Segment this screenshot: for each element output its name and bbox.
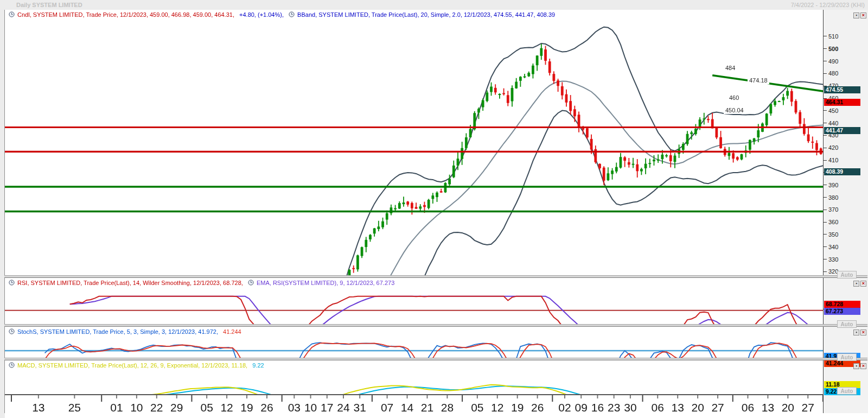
main-panel-controls: ▪ × — [853, 12, 866, 18]
axis-value-badge: 474.55 — [824, 86, 860, 93]
stochastic-panel-legend: StochS, SYSTEM LIMITED, Trade Price, 5, … — [9, 328, 241, 335]
axis-tick-label: 510 — [824, 33, 838, 40]
close-panel-icon[interactable]: × — [860, 363, 866, 369]
axis-value-badge: 464.31 — [824, 99, 860, 106]
legend-stoch-d-value: 41.244 — [223, 328, 241, 335]
axis-tick-label: 320 — [824, 268, 838, 275]
auto-scale-button[interactable]: Auto — [837, 271, 857, 278]
auto-scale-button[interactable]: Auto — [837, 387, 857, 395]
axis-tick-label: 480 — [824, 70, 838, 77]
auto-scale-button[interactable]: Auto — [837, 353, 857, 361]
axis-tick-label: 390 — [824, 181, 838, 188]
legend-macd-signal-value: 9.22 — [252, 362, 264, 369]
panel-splitter[interactable] — [4, 324, 867, 327]
legend-change-value: +4.80, (+1.04%), — [239, 11, 284, 18]
clock-icon — [9, 280, 15, 286]
axis-value-badge: 408.39 — [824, 168, 860, 175]
value-axis-strip[interactable]: 5105004904804704604504404304204104003903… — [823, 10, 868, 413]
panel-splitter[interactable] — [4, 275, 867, 278]
legend-candle-series[interactable]: Cndl, SYSTEM LIMITED, Trade Price, 12/1/… — [17, 11, 234, 18]
legend-bband-series[interactable]: BBand, SYSTEM LIMITED, Trade Price(Last)… — [297, 11, 555, 18]
legend-stoch-series[interactable]: StochS, SYSTEM LIMITED, Trade Price, 5, … — [17, 328, 218, 335]
macd-panel-legend: MACD, SYSTEM LIMITED, Trade Price(Last),… — [9, 362, 264, 369]
close-panel-icon[interactable]: × — [860, 281, 866, 287]
axis-tick-label: 380 — [824, 194, 838, 201]
clock-icon — [9, 328, 15, 334]
clock-icon — [289, 11, 295, 17]
axis-tick-label: 340 — [824, 243, 838, 250]
axis-tick-label: 330 — [824, 256, 838, 263]
axis-tick-label: 440 — [824, 119, 838, 126]
axis-tick-label: 490 — [824, 58, 838, 65]
rsi-panel-controls: ▪ × — [853, 281, 866, 287]
axis-value-badge: 68.728 — [824, 301, 860, 308]
auto-scale-button[interactable]: Auto — [837, 320, 857, 328]
legend-rsi-ema-series[interactable]: EMA, RSI(SYSTEM LIMITED), 9, 12/1/2023, … — [257, 280, 394, 286]
legend-rsi-series[interactable]: RSI, SYSTEM LIMITED, Trade Price(Last), … — [17, 280, 243, 286]
stoch-panel-controls: ▪ × — [853, 330, 866, 335]
time-axis[interactable] — [5, 394, 868, 418]
clock-icon — [9, 362, 15, 368]
chart-title: Daily SYSTEM LIMITED — [16, 2, 82, 8]
macd-panel-controls: ▪ × — [853, 363, 866, 369]
axis-tick-label: 420 — [824, 144, 838, 151]
chart-application: Daily SYSTEM LIMITED 7/4/2022 - 12/29/20… — [0, 0, 868, 418]
axis-tick-label: 350 — [824, 231, 838, 238]
axis-tick-label: 500 — [824, 45, 838, 52]
title-bar: Daily SYSTEM LIMITED 7/4/2022 - 12/29/20… — [0, 0, 868, 10]
minimize-panel-icon[interactable]: ▪ — [853, 281, 859, 287]
axis-tick-label: 360 — [824, 219, 838, 226]
legend-macd-series[interactable]: MACD, SYSTEM LIMITED, Trade Price(Last),… — [17, 362, 247, 369]
main-chart-legend: Cndl, SYSTEM LIMITED, Trade Price, 12/1/… — [9, 11, 555, 18]
clock-icon — [9, 11, 15, 17]
close-panel-icon[interactable]: × — [860, 12, 866, 18]
panel-splitter[interactable] — [4, 358, 867, 360]
axis-tick-label: 370 — [824, 206, 838, 213]
axis-tick-label: 450 — [824, 107, 838, 114]
axis-value-badge: 67.273 — [824, 308, 860, 315]
minimize-panel-icon[interactable]: ▪ — [853, 330, 859, 335]
axis-tick-label: 410 — [824, 157, 838, 164]
date-range-label: 7/4/2022 - 12/29/2023 (KHI) — [791, 2, 865, 8]
clock-icon — [248, 280, 254, 286]
close-panel-icon[interactable]: × — [860, 330, 866, 335]
axis-value-badge: 441.47 — [824, 127, 860, 134]
minimize-panel-icon[interactable]: ▪ — [853, 363, 859, 369]
rsi-panel-legend: RSI, SYSTEM LIMITED, Trade Price(Last), … — [9, 280, 394, 287]
minimize-panel-icon[interactable]: ▪ — [853, 12, 859, 18]
